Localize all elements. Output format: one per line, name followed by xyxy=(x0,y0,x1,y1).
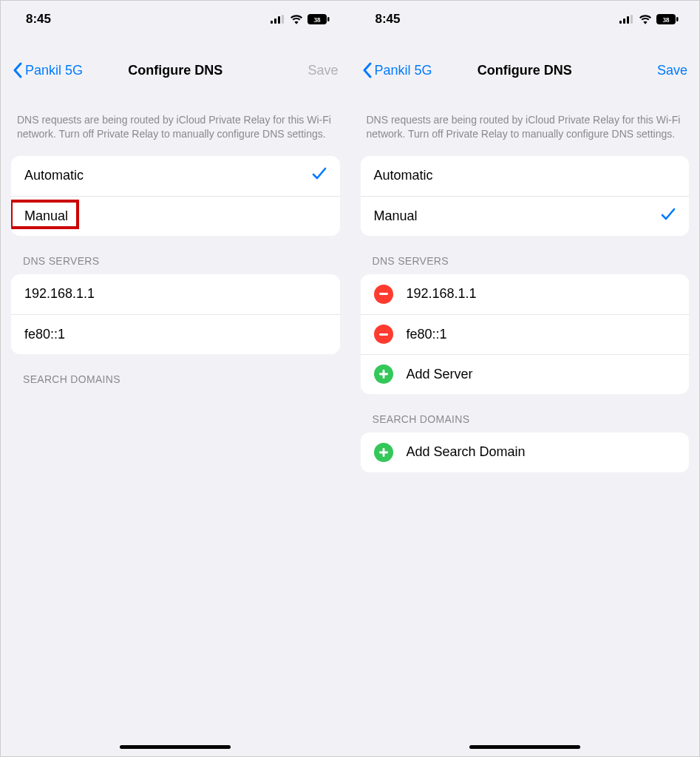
add-server-label: Add Server xyxy=(407,367,676,382)
wifi-icon xyxy=(639,15,652,24)
dns-servers-header: DNS SERVERS xyxy=(1,236,350,274)
svg-rect-3 xyxy=(282,15,284,24)
status-right: 38 xyxy=(271,14,330,24)
delete-icon[interactable] xyxy=(374,325,393,344)
delete-icon[interactable] xyxy=(374,285,393,304)
chevron-left-icon xyxy=(362,62,372,78)
private-relay-info: DNS requests are being routed by iCloud … xyxy=(1,113,350,156)
svg-rect-2 xyxy=(278,16,280,24)
server-row[interactable]: fe80::1 xyxy=(11,314,340,354)
status-time: 8:45 xyxy=(26,12,51,27)
server-row[interactable]: fe80::1 xyxy=(361,314,690,354)
signal-icon xyxy=(271,15,285,24)
add-search-domain-row[interactable]: Add Search Domain xyxy=(361,432,690,472)
home-indicator[interactable] xyxy=(120,745,231,749)
check-icon xyxy=(312,167,327,184)
dns-servers-header: DNS SERVERS xyxy=(350,236,700,274)
private-relay-info: DNS requests are being routed by iCloud … xyxy=(350,113,700,156)
svg-rect-8 xyxy=(623,18,625,24)
option-label: Automatic xyxy=(374,168,676,183)
phone-left: 8:45 38 Pankil 5G Configure DNS Save DNS… xyxy=(1,1,350,756)
chevron-left-icon xyxy=(13,62,22,78)
server-value: 192.168.1.1 xyxy=(24,286,327,302)
svg-rect-5 xyxy=(327,17,330,21)
home-indicator[interactable] xyxy=(469,745,580,749)
status-right: 38 xyxy=(619,14,679,24)
option-manual[interactable]: Manual xyxy=(361,196,690,236)
add-icon[interactable] xyxy=(374,443,393,462)
server-value: fe80::1 xyxy=(407,327,676,342)
search-domains-header: SEARCH DOMAINS xyxy=(1,354,350,393)
search-domains-group: Add Search Domain xyxy=(361,432,690,472)
option-automatic[interactable]: Automatic xyxy=(11,156,340,196)
add-icon[interactable] xyxy=(374,364,393,384)
battery-icon: 38 xyxy=(656,14,679,24)
nav-bar: Pankil 5G Configure DNS Save xyxy=(1,54,350,86)
svg-rect-1 xyxy=(274,18,276,24)
svg-rect-0 xyxy=(271,21,273,24)
back-label: Pankil 5G xyxy=(25,63,83,78)
search-domains-header: SEARCH DOMAINS xyxy=(350,394,700,432)
battery-icon: 38 xyxy=(307,14,330,24)
back-button[interactable]: Pankil 5G xyxy=(13,62,86,78)
svg-rect-14 xyxy=(379,293,388,295)
phone-right: 8:45 38 Pankil 5G Configure DNS Save DNS… xyxy=(350,1,700,756)
svg-rect-15 xyxy=(379,333,388,336)
nav-bar: Pankil 5G Configure DNS Save xyxy=(350,54,700,86)
save-button[interactable]: Save xyxy=(294,63,339,78)
status-bar: 8:45 38 xyxy=(1,1,350,38)
server-value: 192.168.1.1 xyxy=(407,286,676,302)
dns-mode-group: Automatic Manual xyxy=(11,156,340,236)
signal-icon xyxy=(619,15,634,24)
svg-rect-7 xyxy=(619,21,622,24)
server-value: fe80::1 xyxy=(24,327,327,342)
status-bar: 8:45 38 xyxy=(350,1,700,38)
option-label: Manual xyxy=(374,208,662,224)
option-label: Manual xyxy=(24,208,327,224)
dns-servers-group: 192.168.1.1 fe80::1 xyxy=(11,274,340,354)
add-server-row[interactable]: Add Server xyxy=(361,354,690,394)
server-row[interactable]: 192.168.1.1 xyxy=(11,274,340,314)
status-time: 8:45 xyxy=(376,12,401,27)
check-icon xyxy=(661,208,676,225)
wifi-icon xyxy=(290,15,303,24)
server-row[interactable]: 192.168.1.1 xyxy=(361,274,690,314)
svg-rect-10 xyxy=(631,15,633,24)
save-button[interactable]: Save xyxy=(643,63,687,78)
content: DNS requests are being routed by iCloud … xyxy=(1,86,350,393)
option-label: Automatic xyxy=(24,168,312,183)
svg-rect-17 xyxy=(379,373,388,376)
option-manual[interactable]: Manual xyxy=(11,196,340,236)
svg-rect-9 xyxy=(627,16,629,24)
svg-text:38: 38 xyxy=(663,16,670,24)
svg-rect-21 xyxy=(379,451,388,453)
svg-rect-12 xyxy=(676,17,679,21)
add-search-domain-label: Add Search Domain xyxy=(407,444,676,460)
dns-servers-group: 192.168.1.1 fe80::1 Add Server xyxy=(361,274,690,394)
back-button[interactable]: Pankil 5G xyxy=(362,62,436,78)
dns-mode-group: Automatic Manual xyxy=(361,156,690,236)
option-automatic[interactable]: Automatic xyxy=(361,156,690,196)
back-label: Pankil 5G xyxy=(375,63,432,78)
svg-text:38: 38 xyxy=(313,16,321,24)
content: DNS requests are being routed by iCloud … xyxy=(350,86,700,472)
